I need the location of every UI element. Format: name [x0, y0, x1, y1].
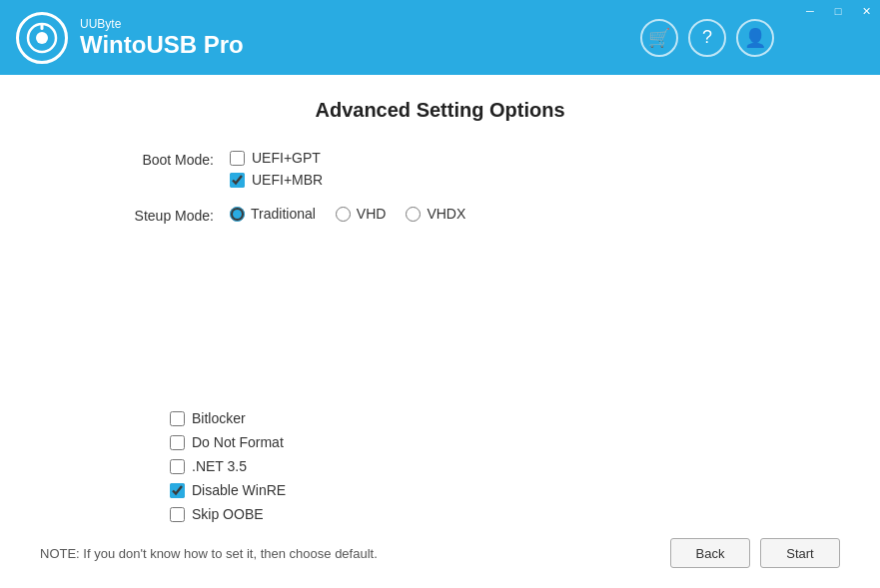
net35-label: .NET 3.5 [192, 458, 247, 474]
button-group: Back Start [670, 538, 840, 568]
start-button[interactable]: Start [760, 538, 840, 568]
skip-oobe-label: Skip OOBE [192, 506, 264, 522]
close-button[interactable]: ✕ [852, 0, 880, 22]
skip-oobe-option[interactable]: Skip OOBE [170, 506, 840, 522]
steup-mode-label: Steup Mode: [100, 206, 230, 224]
vhd-radio[interactable] [336, 207, 351, 222]
disable-winre-checkbox[interactable] [170, 483, 185, 498]
steup-mode-row: Steup Mode: Traditional VHD VHDX [100, 206, 840, 224]
disable-winre-option[interactable]: Disable WinRE [170, 482, 840, 498]
user-button[interactable]: 👤 [736, 19, 774, 57]
bitlocker-checkbox[interactable] [170, 411, 185, 426]
brand-label: UUByte [80, 17, 244, 31]
form-area: Boot Mode: UEFI+GPT UEFI+MBR Steup Mode: [40, 150, 840, 406]
bitlocker-label: Bitlocker [192, 410, 246, 426]
footer-area: NOTE: If you don't know how to set it, t… [40, 522, 840, 568]
disable-winre-label: Disable WinRE [192, 482, 286, 498]
vhdx-label: VHDX [427, 206, 465, 222]
do-not-format-checkbox[interactable] [170, 435, 185, 450]
boot-mode-controls: UEFI+GPT UEFI+MBR [230, 150, 323, 188]
uefi-mbr-option[interactable]: UEFI+MBR [230, 172, 323, 188]
vhd-label: VHD [357, 206, 387, 222]
note-text: NOTE: If you don't know how to set it, t… [40, 546, 378, 561]
vhd-option[interactable]: VHD [336, 206, 387, 222]
main-content: Advanced Setting Options Boot Mode: UEFI… [0, 75, 880, 588]
traditional-radio[interactable] [230, 207, 245, 222]
vhdx-option[interactable]: VHDX [406, 206, 465, 222]
titlebar: UUByte WintoUSB Pro 🛒 ? 👤 ─ □ ✕ [0, 0, 880, 75]
bitlocker-option[interactable]: Bitlocker [170, 410, 840, 426]
uefi-gpt-option[interactable]: UEFI+GPT [230, 150, 323, 166]
minimize-button[interactable]: ─ [796, 0, 824, 22]
steup-mode-radio-row: Traditional VHD VHDX [230, 206, 465, 222]
header-icons: 🛒 ? 👤 [640, 19, 864, 57]
do-not-format-label: Do Not Format [192, 434, 284, 450]
cart-button[interactable]: 🛒 [640, 19, 678, 57]
uefi-gpt-label: UEFI+GPT [252, 150, 321, 166]
net35-option[interactable]: .NET 3.5 [170, 458, 840, 474]
back-button[interactable]: Back [670, 538, 750, 568]
vhdx-radio[interactable] [406, 207, 421, 222]
svg-rect-2 [41, 24, 44, 30]
svg-point-1 [36, 32, 48, 44]
traditional-option[interactable]: Traditional [230, 206, 316, 222]
extra-options-section: Bitlocker Do Not Format .NET 3.5 Disable… [40, 410, 840, 522]
uefi-gpt-checkbox[interactable] [230, 151, 245, 166]
steup-mode-controls: Traditional VHD VHDX [230, 206, 465, 222]
skip-oobe-checkbox[interactable] [170, 507, 185, 522]
app-name-label: WintoUSB Pro [80, 31, 244, 59]
page-title: Advanced Setting Options [40, 99, 840, 122]
help-button[interactable]: ? [688, 19, 726, 57]
boot-mode-label: Boot Mode: [100, 150, 230, 168]
app-logo [16, 12, 68, 64]
traditional-label: Traditional [251, 206, 316, 222]
boot-mode-row: Boot Mode: UEFI+GPT UEFI+MBR [100, 150, 840, 188]
uefi-mbr-checkbox[interactable] [230, 173, 245, 188]
uefi-mbr-label: UEFI+MBR [252, 172, 323, 188]
maximize-button[interactable]: □ [824, 0, 852, 22]
do-not-format-option[interactable]: Do Not Format [170, 434, 840, 450]
window-controls: ─ □ ✕ [796, 0, 880, 22]
net35-checkbox[interactable] [170, 459, 185, 474]
app-title-group: UUByte WintoUSB Pro [80, 17, 244, 59]
